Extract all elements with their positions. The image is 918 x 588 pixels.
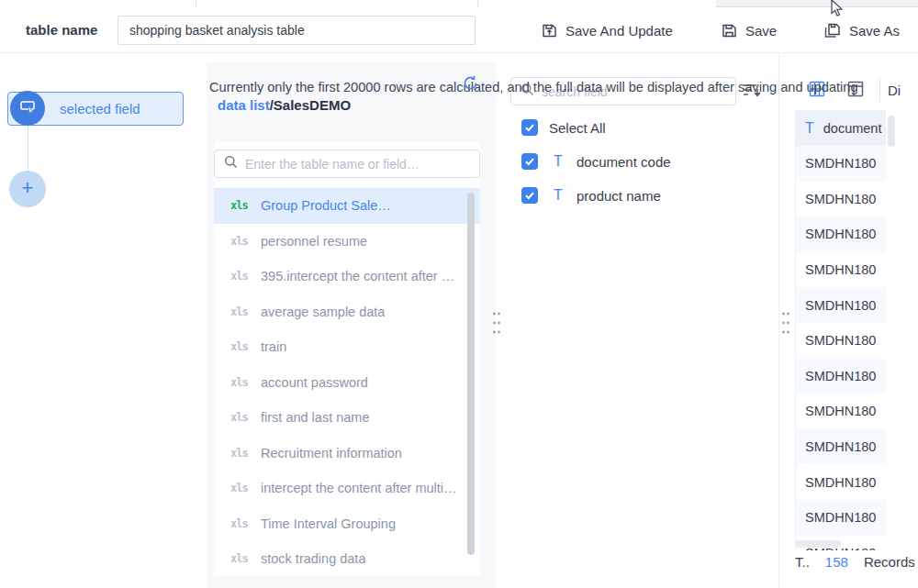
toolbar-divider — [879, 78, 880, 102]
field-row[interactable]: T document code — [521, 153, 671, 170]
save-label: Save — [745, 23, 777, 39]
display-label: Di — [888, 83, 901, 98]
top-divider — [477, 0, 478, 7]
table-name-label: table name — [26, 22, 97, 38]
save-and-update-label: Save And Update — [565, 23, 673, 39]
table-list-item[interactable]: xlsintercept the content after multi… — [214, 471, 480, 506]
table-row: SMDHN180 — [796, 182, 886, 217]
table-list-item[interactable]: xlsstock trading data — [214, 541, 480, 576]
field-search-input[interactable] — [542, 84, 726, 99]
checkbox-checked[interactable] — [521, 153, 538, 170]
save-as-label: Save As — [849, 23, 900, 39]
table-list-item[interactable]: xlsRecruitment information — [214, 436, 480, 472]
grid-view-icon[interactable] — [809, 81, 825, 101]
table-row: SMDHN180 — [796, 287, 886, 323]
xls-file-icon: xls — [230, 482, 251, 494]
data-source-panel: data list/SalesDEMO xlsGroup Product Sal… — [207, 62, 496, 588]
table-list-item[interactable]: xls395.intercept the content after … — [214, 259, 480, 294]
selected-field-label: selected field — [60, 101, 140, 116]
table-row: SMDHN180 — [796, 394, 886, 429]
text-type-icon: T — [805, 120, 814, 137]
preview-footer: T.. 158 Records — [795, 554, 915, 570]
table-row: SMDHN180 — [796, 359, 886, 394]
field-row[interactable]: T product name — [521, 187, 661, 204]
breadcrumb-data-list-link[interactable]: data list — [218, 97, 270, 113]
table-row: SMDHN180 — [796, 500, 886, 536]
breadcrumb-current: SalesDEMO — [274, 97, 351, 113]
table-list-item[interactable]: xlsaccount password — [214, 365, 480, 401]
preview-horizontal-scrollbar[interactable] — [795, 540, 841, 548]
table-search-input[interactable] — [245, 157, 470, 172]
top-tab-remnant — [716, 0, 918, 7]
footer-records-label: Records — [864, 554, 915, 570]
xls-file-icon: xls — [230, 411, 251, 424]
field-search-box — [510, 77, 736, 105]
table-name-input[interactable] — [118, 16, 476, 45]
field-sort-icon[interactable] — [742, 81, 766, 103]
field-label: product name — [577, 188, 661, 204]
search-icon — [521, 83, 534, 100]
panel-resize-handle[interactable] — [491, 310, 502, 336]
add-step-button[interactable]: + — [9, 171, 46, 207]
selected-field-node-badge — [10, 91, 45, 126]
save-as-icon — [824, 23, 841, 39]
breadcrumb: data list/SalesDEMO — [218, 97, 351, 113]
save-and-update-button[interactable]: Save And Update — [542, 7, 673, 53]
text-type-icon: T — [551, 153, 565, 170]
xls-file-icon: xls — [230, 340, 251, 353]
field-select-icon — [18, 97, 37, 119]
top-edge-strip — [0, 0, 918, 7]
refresh-icon[interactable] — [462, 74, 479, 95]
save-icon — [722, 23, 737, 39]
xls-file-icon: xls — [230, 552, 251, 565]
save-as-button[interactable]: Save As — [824, 7, 900, 53]
selected-field-node[interactable]: selected field — [7, 92, 184, 126]
table-row: SMDHN180 — [796, 216, 886, 252]
table-view-icon[interactable] — [847, 81, 864, 101]
table-row: SMDHN180 — [796, 323, 886, 359]
field-select-panel: Select All T document code T product nam… — [496, 53, 778, 588]
save-button[interactable]: Save — [722, 7, 777, 53]
xls-file-icon: xls — [230, 376, 251, 389]
footer-record-count: 158 — [825, 554, 848, 570]
footer-total-label: T.. — [795, 554, 810, 570]
top-divider — [196, 0, 196, 7]
table-list-item[interactable]: xlsfirst and last name — [214, 400, 480, 436]
table-list-item[interactable]: xlsGroup Product Sale… — [214, 188, 480, 224]
search-icon — [224, 155, 238, 172]
table-row: SMDHN180 — [796, 146, 886, 182]
table-row: SMDHN180 — [796, 429, 886, 465]
preview-rows: SMDHN180 SMDHN180 SMDHN180 SMDHN180 SMDH… — [796, 146, 886, 550]
table-search-box — [214, 150, 480, 178]
preview-column-title: document code — [823, 121, 886, 136]
table-list-scrollbar[interactable] — [467, 193, 475, 555]
table-list-card: xlsGroup Product Sale… xlspersonnel resu… — [214, 142, 480, 576]
preview-vertical-scrollbar[interactable] — [888, 116, 895, 147]
xls-file-icon: xls — [230, 517, 251, 530]
checkbox-checked[interactable] — [521, 119, 538, 136]
xls-file-icon: xls — [230, 270, 251, 283]
select-all-row[interactable]: Select All — [521, 119, 606, 136]
table-list-item[interactable]: xlsTime Interval Grouping — [214, 506, 480, 542]
table-row: SMDHN180 — [796, 252, 886, 288]
panel-resize-handle[interactable] — [780, 310, 791, 336]
flow-connector-line — [28, 126, 28, 171]
preview-table: T document code SMDHN180 SMDHN180 SMDHN1… — [795, 110, 886, 550]
table-row: SMDHN180 — [796, 464, 886, 500]
xls-file-icon: xls — [230, 305, 251, 318]
xls-file-icon: xls — [230, 447, 251, 460]
text-type-icon: T — [551, 187, 565, 204]
data-preview-panel: Di T document code SMDHN180 SMDHN180 SMD… — [778, 53, 918, 588]
table-list-item[interactable]: xlspersonnel resume — [214, 224, 480, 260]
table-list-item[interactable]: xlstrain — [214, 329, 480, 365]
xls-file-icon: xls — [230, 235, 251, 248]
table-editor-app: table name Save And Update Save — [0, 0, 918, 588]
table-list: xlsGroup Product Sale… xlspersonnel resu… — [214, 188, 480, 576]
checkbox-checked[interactable] — [521, 187, 538, 204]
preview-column-header[interactable]: T document code — [796, 110, 886, 146]
field-label: document code — [577, 154, 671, 170]
xls-file-icon: xls — [230, 199, 251, 212]
select-all-label: Select All — [549, 120, 606, 136]
save-update-icon — [542, 23, 557, 39]
table-list-item[interactable]: xlsaverage sample data — [214, 294, 480, 330]
